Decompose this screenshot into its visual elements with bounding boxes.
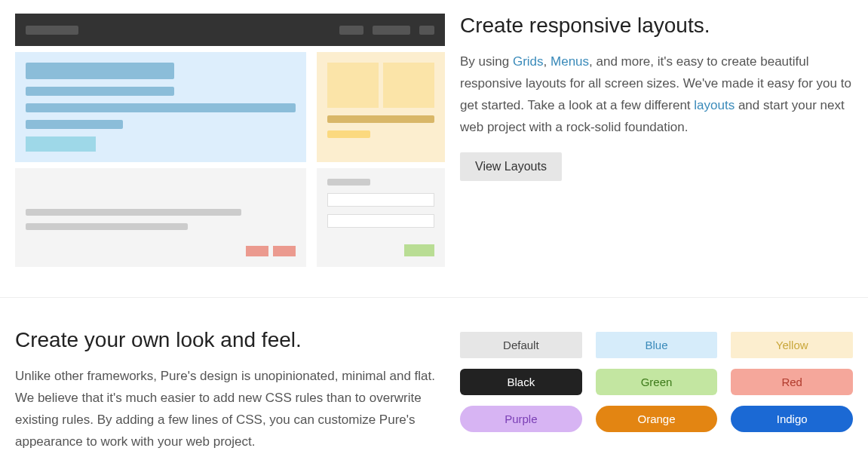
- responsive-paragraph: By using Grids, Menus, and more, it's ea…: [460, 51, 853, 139]
- skeleton-card-yellow: [317, 52, 445, 162]
- link-menus[interactable]: Menus: [551, 54, 589, 69]
- theme-black-button[interactable]: Black: [460, 369, 582, 395]
- theme-green-button[interactable]: Green: [596, 369, 718, 395]
- view-layouts-button[interactable]: View Layouts: [460, 152, 562, 181]
- theme-red-button[interactable]: Red: [731, 369, 853, 395]
- link-grids[interactable]: Grids: [513, 54, 544, 69]
- theme-yellow-button[interactable]: Yellow: [731, 332, 853, 358]
- skeleton-card-gray-right: [317, 168, 445, 267]
- lookfeel-heading: Create your own look and feel.: [15, 328, 445, 352]
- text: ,: [544, 54, 551, 69]
- responsive-heading: Create responsive layouts.: [460, 14, 853, 38]
- theme-indigo-button[interactable]: Indigo: [731, 406, 853, 432]
- skeleton-card-gray-left: [15, 168, 306, 267]
- link-layouts[interactable]: layouts: [694, 98, 735, 112]
- skeleton-header: [15, 14, 445, 46]
- theme-orange-button[interactable]: Orange: [596, 406, 718, 432]
- skeleton-card-blue: [15, 52, 306, 162]
- theme-grid: Default Blue Yellow Black Green Red Purp…: [460, 332, 853, 432]
- theme-blue-button[interactable]: Blue: [596, 332, 718, 358]
- layout-skeleton-illustration: [15, 14, 445, 267]
- theme-default-button[interactable]: Default: [460, 332, 582, 358]
- text: By using: [460, 54, 513, 69]
- theme-purple-button[interactable]: Purple: [460, 406, 582, 432]
- lookfeel-paragraph: Unlike other frameworks, Pure's design i…: [15, 366, 445, 453]
